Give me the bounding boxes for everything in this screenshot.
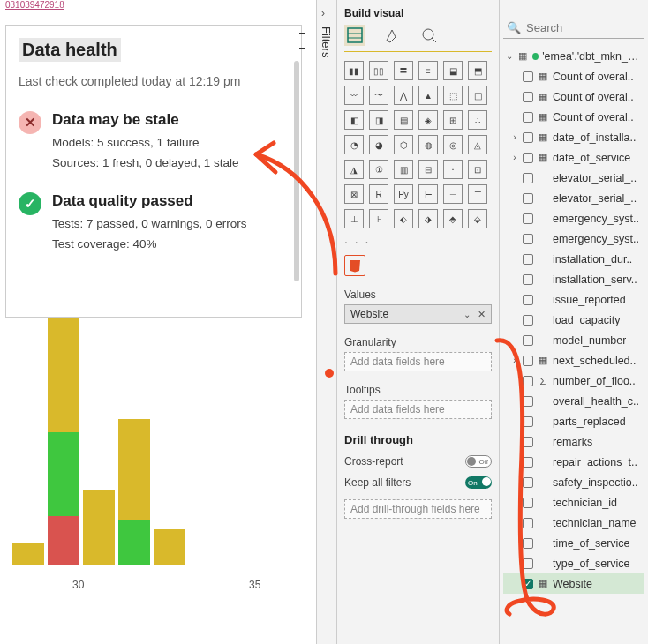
field-type_of_service[interactable]: type_of_service [503,553,644,573]
field-time_of_service[interactable]: time_of_service [503,533,644,553]
viz-type-21[interactable]: ◍ [418,135,438,154]
viz-type-15[interactable]: ◈ [418,110,438,130]
field-Countofoveral[interactable]: ▦Count of overal.. [503,66,644,86]
viz-type-28[interactable]: ⬝ [443,160,463,179]
field-checkbox[interactable] [523,477,533,488]
viz-type-24[interactable]: ◮ [344,160,364,179]
field-safety_inspectio[interactable]: safety_inspectio.. [503,472,644,492]
bar-30[interactable] [83,490,115,565]
field-model_number[interactable]: model_number [503,330,644,350]
viz-type-3[interactable]: ≡ [418,61,438,80]
viz-type-35[interactable]: ⊤ [468,184,487,204]
viz-type-2[interactable]: 〓 [394,61,413,80]
viz-type-29[interactable]: ⊡ [468,160,487,179]
viz-type-37[interactable]: ⊦ [369,209,388,228]
field-elevator_serial_[interactable]: elevator_serial_.. [503,168,644,188]
drillthrough-well[interactable]: Add drill-through fields here [344,499,492,519]
field-Countofoveral[interactable]: ▦Count of overal.. [503,107,644,127]
resize-handle[interactable] [299,33,305,49]
field-checkbox[interactable] [523,153,533,163]
viz-type-8[interactable]: ⋀ [394,86,413,105]
viz-type-16[interactable]: ⊞ [443,110,463,130]
expand-filters-icon[interactable]: › [321,7,325,19]
search-input[interactable] [526,21,641,34]
field-checkbox[interactable] [523,558,533,569]
field-checkbox[interactable] [523,295,533,305]
viz-type-10[interactable]: ⬚ [443,86,463,105]
bar-28[interactable] [12,543,44,565]
bar-29[interactable] [48,318,79,565]
field-remarks[interactable]: remarks [503,431,644,452]
field-checkbox[interactable] [523,457,533,468]
field-checkbox[interactable] [523,579,533,589]
report-canvas[interactable]: 031039472918 Data health Last check comp… [0,0,316,644]
values-field-well[interactable]: Website ⌄✕ [344,304,492,324]
field-checkbox[interactable] [523,213,533,224]
viz-type-34[interactable]: ⊣ [443,184,463,204]
viz-type-32[interactable]: Py [394,184,413,204]
html-custom-visual[interactable] [344,255,365,276]
bar-32[interactable] [154,529,185,565]
field-checkbox[interactable] [523,92,533,102]
viz-type-26[interactable]: ▥ [394,160,413,179]
viz-type-1[interactable]: ▯▯ [369,61,388,80]
field-technician_name[interactable]: technician_name [503,513,644,533]
field-checkbox[interactable] [523,193,533,204]
field-parts_replaced[interactable]: parts_replaced [503,411,644,431]
viz-type-12[interactable]: ◧ [344,110,364,130]
viz-type-13[interactable]: ◨ [369,110,388,130]
field-checkbox[interactable] [523,335,533,346]
viz-type-39[interactable]: ⬗ [418,209,438,228]
field-issue_reported[interactable]: issue_reported [503,289,644,310]
viz-type-14[interactable]: ▤ [394,110,413,130]
viz-type-36[interactable]: ⊥ [344,209,364,228]
build-visual-tab[interactable] [344,25,365,46]
filters-pane[interactable]: › Filters [316,0,337,644]
viz-type-20[interactable]: ⬡ [394,135,413,154]
field-checkbox[interactable] [523,71,533,82]
bar-chart[interactable]: 30 35 [4,326,304,609]
field-next_scheduled[interactable]: ›▦next_scheduled.. [503,350,644,371]
field-checkbox[interactable] [523,356,533,366]
field-elevator_serial_[interactable]: elevator_serial_.. [503,188,644,208]
viz-type-22[interactable]: ◎ [443,135,463,154]
tooltips-well[interactable]: Add data fields here [344,400,492,419]
field-load_capacity[interactable]: load_capacity [503,310,644,330]
expand-icon[interactable]: › [510,132,519,142]
bar-31[interactable] [118,419,150,565]
field-checkbox[interactable] [523,173,533,183]
expand-icon[interactable]: › [510,356,519,365]
field-installation_serv[interactable]: installation_serv.. [503,269,644,289]
field-date_of_installa[interactable]: ›▦date_of_installa.. [503,127,644,147]
field-emergency_syst[interactable]: emergency_syst.. [503,228,644,249]
expand-icon[interactable]: › [510,153,519,162]
field-dropdown-icon[interactable]: ⌄ [463,310,471,319]
viz-type-31[interactable]: R [369,184,388,204]
field-number_of_floo[interactable]: Σnumber_of_floo.. [503,371,644,391]
field-checkbox[interactable] [523,234,533,244]
format-visual-tab[interactable] [381,25,403,46]
field-Website[interactable]: ▦Website [503,573,644,594]
field-checkbox[interactable] [523,498,533,508]
keep-filters-toggle[interactable]: On [465,476,492,489]
viz-type-6[interactable]: 〰 [344,86,364,105]
viz-type-40[interactable]: ⬘ [443,209,463,228]
field-checkbox[interactable] [523,538,533,549]
field-checkbox[interactable] [523,254,533,265]
viz-type-7[interactable]: 〜 [369,86,388,105]
analytics-tab[interactable] [418,25,440,46]
viz-type-9[interactable]: ▲ [418,86,438,105]
viz-type-23[interactable]: ◬ [468,135,487,154]
field-checkbox[interactable] [523,112,533,123]
viz-type-18[interactable]: ◔ [344,135,364,154]
field-checkbox[interactable] [523,396,533,407]
field-technician_id[interactable]: technician_id [503,492,644,513]
viz-type-19[interactable]: ◕ [369,135,388,154]
field-repair_actions_t[interactable]: repair_actions_t.. [503,452,644,472]
viz-type-41[interactable]: ⬙ [468,209,487,228]
viz-type-38[interactable]: ⬖ [394,209,413,228]
viz-type-11[interactable]: ◫ [468,86,487,105]
collapse-icon[interactable]: ⌄ [505,51,513,61]
scrollbar[interactable] [294,61,299,281]
field-checkbox[interactable] [523,376,533,386]
